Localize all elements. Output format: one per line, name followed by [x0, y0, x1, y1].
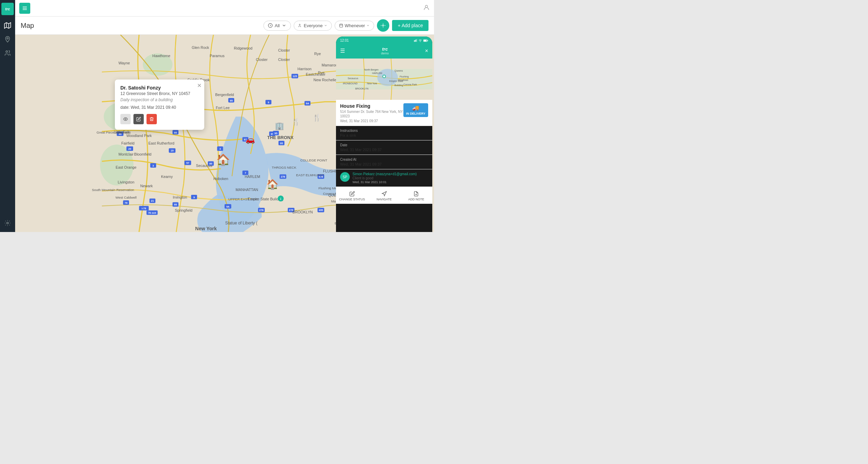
comment-avatar-initials: SP	[343, 175, 347, 179]
user-menu[interactable]	[423, 4, 430, 12]
sidebar-item-team[interactable]	[1, 47, 14, 59]
date-section: Date Wed, 31 Mar 2021 09:37	[336, 140, 432, 155]
car-marker[interactable]: 🚗	[246, 135, 255, 144]
svg-text:95: 95	[174, 203, 177, 206]
phone-app-name: trc	[382, 46, 388, 52]
comment-time: Wed, 31 Mar 2021 10:01	[352, 180, 428, 184]
popup-edit-button[interactable]	[133, 114, 144, 124]
svg-text:Kearny: Kearny	[161, 175, 173, 179]
phone-close-icon[interactable]: ×	[425, 48, 428, 54]
svg-text:278: 278	[281, 175, 285, 178]
navigate-button[interactable]: NAVIGATE	[368, 190, 400, 202]
svg-rect-6	[340, 24, 343, 27]
in-delivery-badge: 🚚 IN DELIVERY	[403, 103, 428, 117]
svg-point-153	[383, 75, 385, 77]
svg-text:South Mountain Reservation: South Mountain Reservation	[92, 188, 134, 192]
home-marker-manhattan[interactable]: 🏠	[216, 153, 230, 166]
phone-map-image: HARLEM North Bergen Queens New York Empi…	[336, 59, 432, 100]
delivery-truck-icon: 🚚	[406, 105, 425, 112]
main-content: Map All Everyone Whenever	[15, 0, 434, 232]
phone-overlay: 12:01 ☰ trc demo	[334, 35, 434, 232]
svg-text:Springfield: Springfield	[175, 208, 193, 212]
svg-text:Corona Park: Corona Park	[403, 83, 417, 86]
svg-text:I-78: I-78	[142, 207, 146, 210]
svg-text:Newark: Newark	[140, 184, 153, 188]
svg-rect-147	[427, 40, 428, 41]
svg-point-2	[7, 222, 9, 224]
home-marker-brooklyn[interactable]: 🏠	[267, 179, 279, 190]
svg-text:EAST ELMHURST: EAST ELMHURST	[296, 173, 324, 177]
svg-text:Irvington: Irvington	[173, 195, 187, 199]
everyone-label: Everyone	[304, 23, 323, 28]
svg-text:Closter: Closter	[278, 48, 290, 52]
svg-text:7: 7	[245, 171, 246, 175]
everyone-filter-button[interactable]: Everyone	[294, 21, 332, 31]
sidebar: trc	[0, 0, 15, 232]
svg-text:9: 9	[268, 101, 269, 104]
restaurant-marker-2[interactable]: 🍴	[313, 114, 321, 122]
svg-text:21: 21	[151, 199, 154, 202]
app-logo: trc	[1, 3, 14, 15]
comment-text: Client is good	[352, 176, 428, 180]
svg-text:Fort Lee: Fort Lee	[216, 106, 229, 110]
map-container[interactable]: 80 95 80 95 95 9A 9 125 208	[15, 35, 434, 232]
menu-button[interactable]	[19, 3, 30, 14]
svg-text:9A: 9A	[306, 102, 309, 105]
add-note-button[interactable]: ADD NOTE	[400, 190, 432, 202]
popup-delete-button[interactable]	[147, 114, 157, 124]
svg-point-5	[299, 24, 300, 25]
phone-status-bar: 12:01	[336, 36, 432, 44]
svg-text:9A: 9A	[226, 205, 230, 208]
svg-text:78: 78	[124, 201, 127, 204]
comment-avatar: SP	[340, 172, 350, 182]
all-filter-label: All	[275, 23, 280, 28]
instructions-section: Instructions Fix a sink	[336, 126, 432, 140]
svg-text:Bergenfield: Bergenfield	[215, 93, 234, 97]
sidebar-item-map[interactable]	[1, 19, 14, 32]
svg-text:THROGS NECK: THROGS NECK	[272, 166, 296, 169]
sidebar-item-locations[interactable]	[1, 33, 14, 45]
svg-text:Secaucus: Secaucus	[348, 77, 358, 80]
popup-actions	[120, 114, 199, 124]
building-marker[interactable]: 🏢	[275, 122, 284, 130]
svg-text:New York: New York	[367, 82, 377, 85]
page-title: Map	[21, 22, 34, 30]
svg-marker-166	[382, 191, 387, 196]
sidebar-item-settings[interactable]	[1, 217, 14, 229]
svg-rect-144	[416, 39, 417, 42]
locate-button[interactable]	[377, 19, 389, 32]
svg-text:Meadows: Meadows	[398, 79, 408, 81]
phone-menu-icon[interactable]: ☰	[340, 48, 345, 54]
popup-date-label: date:	[120, 105, 130, 110]
svg-text:Bloomfield: Bloomfield	[134, 152, 151, 156]
svg-text:Queens: Queens	[394, 70, 403, 72]
phone-task-title: House Fixing	[340, 103, 403, 109]
svg-text:78 exit: 78 exit	[148, 211, 156, 214]
svg-text:95: 95	[230, 99, 232, 102]
location-popup: ✕ Dr. Satoshi Fonzy 12 Greenrose Street …	[115, 80, 204, 130]
created-at-value: Wed, 31 Mar 2021 09:37	[340, 162, 428, 166]
popup-view-button[interactable]	[120, 114, 131, 124]
change-status-button[interactable]: CHANGE STATUS	[336, 190, 368, 202]
add-place-button[interactable]: + Add place	[392, 20, 428, 31]
whenever-filter-button[interactable]: Whenever	[335, 21, 374, 31]
phone-frame: 12:01 ☰ trc demo	[336, 36, 432, 232]
svg-rect-148	[424, 40, 427, 41]
restaurant-marker-1[interactable]: 🍴	[292, 118, 300, 126]
comment-author: Simon Piekarz (maszyna+d1@gmail.com)	[352, 172, 428, 176]
created-at-section: Created at Wed, 31 Mar 2021 09:37	[336, 155, 432, 169]
svg-text:Building: Building	[394, 84, 403, 87]
svg-text:Hoboken: Hoboken	[214, 177, 228, 181]
svg-text:Rye: Rye	[314, 52, 321, 56]
whenever-label: Whenever	[345, 23, 365, 28]
svg-text:HARLEM: HARLEM	[372, 72, 382, 74]
svg-text:20: 20	[128, 147, 131, 150]
svg-text:i: i	[280, 197, 281, 201]
phone-map[interactable]: HARLEM North Bergen Queens New York Empi…	[336, 59, 432, 100]
svg-text:New Rochelle: New Rochelle	[314, 78, 337, 82]
popup-close-button[interactable]: ✕	[197, 82, 202, 89]
svg-text:BROOKLYN: BROOKLYN	[355, 87, 368, 90]
all-filter-button[interactable]: All	[263, 21, 291, 31]
svg-text:Secaucus: Secaucus	[196, 164, 213, 168]
date-label: Date	[340, 143, 428, 147]
